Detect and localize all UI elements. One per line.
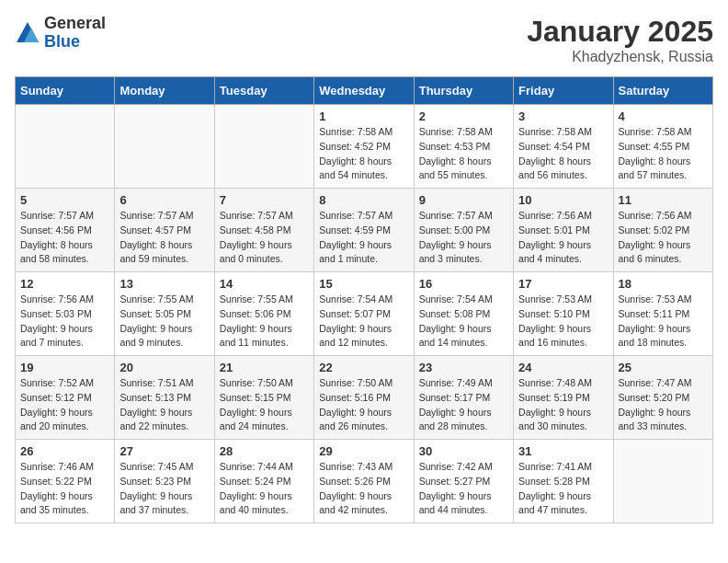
calendar-cell: 10Sunrise: 7:56 AMSunset: 5:01 PMDayligh…: [514, 189, 613, 272]
calendar-cell: 1Sunrise: 7:58 AMSunset: 4:52 PMDaylight…: [314, 105, 414, 189]
calendar-week-row: 12Sunrise: 7:56 AMSunset: 5:03 PMDayligh…: [16, 272, 713, 356]
calendar-cell: [214, 105, 313, 189]
day-number: 6: [119, 193, 209, 207]
day-number: 9: [419, 193, 508, 207]
calendar-cell: 13Sunrise: 7:55 AMSunset: 5:05 PMDayligh…: [115, 272, 214, 356]
day-number: 13: [119, 277, 209, 291]
calendar-cell: 31Sunrise: 7:41 AMSunset: 5:28 PMDayligh…: [514, 440, 613, 523]
day-number: 25: [619, 361, 708, 374]
calendar-week-row: 19Sunrise: 7:52 AMSunset: 5:12 PMDayligh…: [16, 356, 713, 440]
weekday-header: Sunday: [16, 77, 115, 105]
weekday-header: Monday: [115, 77, 214, 105]
day-info: Sunrise: 7:47 AMSunset: 5:20 PMDaylight:…: [619, 376, 708, 434]
day-number: 28: [220, 444, 309, 458]
day-info: Sunrise: 7:43 AMSunset: 5:26 PMDaylight:…: [319, 460, 408, 518]
calendar-cell: 15Sunrise: 7:54 AMSunset: 5:07 PMDayligh…: [314, 272, 414, 356]
day-number: 7: [220, 193, 309, 207]
day-info: Sunrise: 7:57 AMSunset: 4:59 PMDaylight:…: [319, 209, 408, 267]
day-info: Sunrise: 7:56 AMSunset: 5:02 PMDaylight:…: [619, 209, 708, 267]
day-number: 15: [319, 277, 408, 291]
logo-blue: Blue: [44, 33, 106, 52]
day-number: 16: [419, 277, 508, 291]
day-info: Sunrise: 7:56 AMSunset: 5:03 PMDaylight:…: [20, 293, 109, 350]
day-info: Sunrise: 7:56 AMSunset: 5:01 PMDaylight:…: [518, 209, 608, 267]
weekday-header: Wednesday: [314, 77, 414, 105]
day-number: 4: [619, 109, 708, 123]
day-info: Sunrise: 7:54 AMSunset: 5:08 PMDaylight:…: [419, 293, 508, 350]
day-info: Sunrise: 7:49 AMSunset: 5:17 PMDaylight:…: [419, 376, 508, 434]
calendar-cell: 24Sunrise: 7:48 AMSunset: 5:19 PMDayligh…: [514, 356, 613, 440]
day-info: Sunrise: 7:46 AMSunset: 5:22 PMDaylight:…: [20, 460, 109, 518]
day-number: 29: [319, 444, 408, 458]
day-number: 31: [518, 444, 608, 458]
day-info: Sunrise: 7:54 AMSunset: 5:07 PMDaylight:…: [319, 293, 408, 350]
day-number: 19: [20, 361, 109, 374]
day-info: Sunrise: 7:44 AMSunset: 5:24 PMDaylight:…: [220, 460, 309, 518]
day-info: Sunrise: 7:42 AMSunset: 5:27 PMDaylight:…: [419, 460, 508, 518]
day-number: 21: [220, 361, 309, 374]
calendar-cell: 29Sunrise: 7:43 AMSunset: 5:26 PMDayligh…: [314, 440, 414, 523]
day-info: Sunrise: 7:57 AMSunset: 4:57 PMDaylight:…: [119, 209, 209, 267]
calendar-cell: 22Sunrise: 7:50 AMSunset: 5:16 PMDayligh…: [314, 356, 414, 440]
calendar-cell: 5Sunrise: 7:57 AMSunset: 4:56 PMDaylight…: [16, 189, 115, 272]
day-number: 2: [419, 109, 508, 123]
logo-general: General: [44, 15, 106, 33]
day-info: Sunrise: 7:41 AMSunset: 5:28 PMDaylight:…: [518, 460, 608, 518]
day-info: Sunrise: 7:58 AMSunset: 4:54 PMDaylight:…: [518, 125, 608, 183]
day-number: 3: [518, 109, 608, 123]
calendar-cell: 4Sunrise: 7:58 AMSunset: 4:55 PMDaylight…: [613, 105, 712, 189]
day-info: Sunrise: 7:50 AMSunset: 5:16 PMDaylight:…: [319, 376, 408, 434]
calendar-cell: 27Sunrise: 7:45 AMSunset: 5:23 PMDayligh…: [115, 440, 214, 523]
day-number: 1: [319, 109, 408, 123]
day-info: Sunrise: 7:51 AMSunset: 5:13 PMDaylight:…: [119, 376, 209, 434]
calendar-cell: 30Sunrise: 7:42 AMSunset: 5:27 PMDayligh…: [414, 440, 513, 523]
day-number: 14: [220, 277, 309, 291]
day-number: 20: [119, 361, 209, 374]
calendar-week-row: 5Sunrise: 7:57 AMSunset: 4:56 PMDaylight…: [16, 189, 713, 272]
logo-icon: [15, 20, 40, 46]
calendar-cell: [613, 440, 712, 523]
calendar-cell: 11Sunrise: 7:56 AMSunset: 5:02 PMDayligh…: [613, 189, 712, 272]
calendar-cell: 25Sunrise: 7:47 AMSunset: 5:20 PMDayligh…: [613, 356, 712, 440]
calendar-cell: 17Sunrise: 7:53 AMSunset: 5:10 PMDayligh…: [514, 272, 613, 356]
day-info: Sunrise: 7:50 AMSunset: 5:15 PMDaylight:…: [220, 376, 309, 434]
day-info: Sunrise: 7:58 AMSunset: 4:53 PMDaylight:…: [419, 125, 508, 183]
calendar-cell: 28Sunrise: 7:44 AMSunset: 5:24 PMDayligh…: [214, 440, 313, 523]
calendar-cell: 7Sunrise: 7:57 AMSunset: 4:58 PMDaylight…: [214, 189, 313, 272]
day-info: Sunrise: 7:48 AMSunset: 5:19 PMDaylight:…: [518, 376, 608, 434]
day-number: 10: [518, 193, 608, 207]
calendar-cell: 2Sunrise: 7:58 AMSunset: 4:53 PMDaylight…: [414, 105, 513, 189]
calendar-cell: 21Sunrise: 7:50 AMSunset: 5:15 PMDayligh…: [214, 356, 313, 440]
title-area: January 2025 Khadyzhensk, Russia: [527, 15, 713, 65]
weekday-header: Friday: [514, 77, 613, 105]
day-info: Sunrise: 7:57 AMSunset: 4:56 PMDaylight:…: [20, 209, 109, 267]
day-number: 8: [319, 193, 408, 207]
calendar-week-row: 1Sunrise: 7:58 AMSunset: 4:52 PMDaylight…: [16, 105, 713, 189]
day-info: Sunrise: 7:53 AMSunset: 5:11 PMDaylight:…: [619, 293, 708, 350]
location: Khadyzhensk, Russia: [527, 49, 713, 65]
day-info: Sunrise: 7:55 AMSunset: 5:05 PMDaylight:…: [119, 293, 209, 350]
month-title: January 2025: [527, 15, 713, 49]
day-info: Sunrise: 7:58 AMSunset: 4:52 PMDaylight:…: [319, 125, 408, 183]
logo-text: General Blue: [44, 15, 106, 52]
calendar-cell: 14Sunrise: 7:55 AMSunset: 5:06 PMDayligh…: [214, 272, 313, 356]
day-number: 30: [419, 444, 508, 458]
calendar-cell: 16Sunrise: 7:54 AMSunset: 5:08 PMDayligh…: [414, 272, 513, 356]
day-info: Sunrise: 7:57 AMSunset: 4:58 PMDaylight:…: [220, 209, 309, 267]
day-number: 18: [619, 277, 708, 291]
day-info: Sunrise: 7:58 AMSunset: 4:55 PMDaylight:…: [619, 125, 708, 183]
calendar-cell: 6Sunrise: 7:57 AMSunset: 4:57 PMDaylight…: [115, 189, 214, 272]
day-info: Sunrise: 7:53 AMSunset: 5:10 PMDaylight:…: [518, 293, 608, 350]
calendar-cell: 8Sunrise: 7:57 AMSunset: 4:59 PMDaylight…: [314, 189, 414, 272]
calendar-cell: 19Sunrise: 7:52 AMSunset: 5:12 PMDayligh…: [16, 356, 115, 440]
weekday-header: Saturday: [613, 77, 712, 105]
day-info: Sunrise: 7:52 AMSunset: 5:12 PMDaylight:…: [20, 376, 109, 434]
day-info: Sunrise: 7:57 AMSunset: 5:00 PMDaylight:…: [419, 209, 508, 267]
calendar-cell: 23Sunrise: 7:49 AMSunset: 5:17 PMDayligh…: [414, 356, 513, 440]
day-number: 26: [20, 444, 109, 458]
calendar-cell: 3Sunrise: 7:58 AMSunset: 4:54 PMDaylight…: [514, 105, 613, 189]
calendar-cell: [16, 105, 115, 189]
calendar-cell: 20Sunrise: 7:51 AMSunset: 5:13 PMDayligh…: [115, 356, 214, 440]
calendar-cell: 18Sunrise: 7:53 AMSunset: 5:11 PMDayligh…: [613, 272, 712, 356]
day-number: 24: [518, 361, 608, 374]
